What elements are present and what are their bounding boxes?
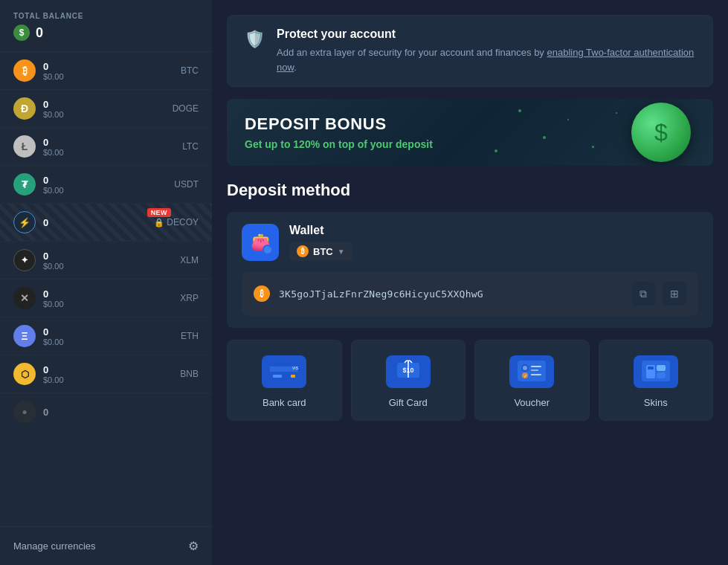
currency-item-doge[interactable]: Ð 0 $0.00 DOGE: [0, 90, 212, 128]
bank-card-icon: VISA: [262, 355, 306, 388]
svg-rect-21: [648, 367, 654, 369]
skins-svg: [642, 361, 670, 383]
eth-icon: Ξ: [13, 325, 36, 347]
gift-card-svg: $10: [394, 360, 422, 384]
currency-item-btc[interactable]: ₿ 0 $0.00 BTC: [0, 52, 212, 90]
payment-card-voucher[interactable]: ✓ Voucher: [474, 340, 590, 421]
svg-rect-2: [273, 375, 282, 378]
other-icon: ●: [13, 401, 36, 423]
svg-rect-3: [291, 375, 295, 378]
bnb-amounts: 0 $0.00: [43, 364, 180, 384]
shield-icon: 🛡️: [242, 28, 266, 51]
xlm-amount: 0: [43, 251, 180, 262]
bnb-usd: $0.00: [43, 375, 180, 384]
xrp-amounts: 0 $0.00: [43, 288, 180, 309]
main-content: 🛡️ Protect your account Add an extra lay…: [212, 0, 728, 565]
decoy-amounts: 0: [43, 217, 154, 228]
wallet-address: 3K5goJTjaLzFnrZNeg9c6HicyuC5XXQhwG: [279, 288, 622, 300]
ltc-icon: Ł: [13, 135, 36, 158]
svg-text:✓: ✓: [524, 374, 527, 378]
xrp-icon: ✕: [13, 287, 36, 309]
lock-icon: 🔒: [154, 218, 164, 227]
currency-item-other[interactable]: ● 0: [0, 393, 212, 431]
wallet-icon: 👛: [242, 224, 279, 261]
decoy-icon: ⚡: [13, 211, 36, 233]
payment-methods-grid: VISA Bank card $10 Gift Card: [227, 340, 713, 421]
other-amounts: 0: [43, 407, 199, 418]
manage-currencies-bar[interactable]: Manage currencies ⚙: [0, 526, 212, 565]
ltc-usd: $0.00: [43, 148, 182, 157]
wallet-info: Wallet ₿ BTC ▼: [289, 224, 352, 261]
bonus-banner[interactable]: DEPOSIT BONUS Get up to 120% on top of y…: [227, 99, 713, 166]
usdt-icon: ₮: [13, 173, 36, 196]
gift-card-label: Gift Card: [389, 397, 428, 408]
decoy-ticker: 🔒 DECOY: [154, 217, 199, 227]
wallet-title: Wallet: [289, 224, 352, 237]
bnb-amount: 0: [43, 364, 180, 375]
doge-icon: Ð: [13, 97, 36, 120]
currency-item-eth[interactable]: Ξ 0 $0.00 ETH: [0, 317, 212, 355]
bnb-ticker: BNB: [180, 369, 199, 379]
wallet-dot: [262, 245, 273, 255]
xlm-usd: $0.00: [43, 262, 180, 271]
other-amount: 0: [43, 407, 199, 418]
bonus-subtitle: Get up to 120% on top of your deposit: [245, 138, 695, 150]
address-bar: ₿ 3K5goJTjaLzFnrZNeg9c6HicyuC5XXQhwG ⧉ ⊞: [242, 271, 698, 316]
total-balance-amount: 0: [36, 25, 43, 41]
skins-icon: [634, 355, 678, 388]
btc-amount: 0: [43, 61, 181, 72]
skins-label: Skins: [644, 397, 668, 408]
usdt-amounts: 0 $0.00: [43, 175, 174, 195]
payment-card-gift-card[interactable]: $10 Gift Card: [351, 340, 466, 421]
crypto-selector[interactable]: ₿ BTC ▼: [289, 242, 352, 261]
bnb-icon: ⬡: [13, 363, 36, 385]
security-banner: 🛡️ Protect your account Add an extra lay…: [227, 15, 713, 87]
usdt-usd: $0.00: [43, 186, 174, 195]
payment-card-bank-card[interactable]: VISA Bank card: [227, 340, 342, 421]
currency-list: ₿ 0 $0.00 BTC Ð 0 $0.00 DOGE Ł 0 $0.00 L…: [0, 52, 212, 526]
svg-rect-19: [657, 365, 666, 371]
payment-card-skins[interactable]: Skins: [599, 340, 714, 421]
chevron-down-icon: ▼: [338, 248, 345, 256]
security-title: Protect your account: [277, 28, 698, 41]
selected-crypto: BTC: [313, 246, 333, 257]
wallet-section: 👛 Wallet ₿ BTC ▼ ₿ 3K5goJTjaLzFnrZNeg9c6…: [227, 212, 713, 328]
total-balance-value: $ 0: [13, 25, 199, 41]
voucher-svg: ✓: [518, 361, 546, 383]
qr-code-button[interactable]: ⊞: [663, 282, 686, 306]
bonus-prefix: Get up to: [245, 138, 293, 150]
manage-currencies-label: Manage currencies: [13, 540, 96, 552]
xlm-icon: ✦: [13, 249, 36, 271]
currency-item-xlm[interactable]: ✦ 0 $0.00 XLM: [0, 242, 212, 280]
btc-icon: ₿: [13, 59, 36, 82]
voucher-icon: ✓: [509, 355, 554, 388]
eth-amounts: 0 $0.00: [43, 326, 181, 346]
bonus-highlight: 120%: [293, 138, 320, 150]
bonus-coin-icon: $: [631, 103, 691, 162]
btc-usd: $0.00: [43, 72, 181, 81]
ltc-amount: 0: [43, 137, 182, 148]
wallet-header: 👛 Wallet ₿ BTC ▼: [242, 224, 698, 261]
currency-item-bnb[interactable]: ⬡ 0 $0.00 BNB: [0, 355, 212, 393]
currency-item-usdt[interactable]: ₮ 0 $0.00 USDT: [0, 166, 212, 204]
currency-item-decoy[interactable]: ⚡ 0 NEW 🔒 DECOY: [0, 204, 212, 242]
deposit-title: Deposit method: [227, 181, 713, 200]
security-desc-prefix: Add an extra layer of security for your …: [277, 47, 547, 58]
svg-rect-17: [642, 361, 670, 381]
copy-address-button[interactable]: ⧉: [631, 282, 655, 306]
xrp-usd: $0.00: [43, 300, 180, 309]
svg-point-11: [523, 366, 527, 370]
currency-item-xrp[interactable]: ✕ 0 $0.00 XRP: [0, 280, 212, 317]
bonus-title: DEPOSIT BONUS: [245, 114, 695, 134]
total-balance-label: TOTAL BALANCE: [13, 12, 199, 20]
sidebar: TOTAL BALANCE $ 0 ₿ 0 $0.00 BTC Ð 0 $0.0…: [0, 0, 212, 565]
eth-amount: 0: [43, 326, 181, 338]
security-description: Add an extra layer of security for your …: [277, 45, 698, 74]
currency-item-ltc[interactable]: Ł 0 $0.00 LTC: [0, 128, 212, 166]
btc-amounts: 0 $0.00: [43, 61, 181, 81]
decoy-amount: 0: [43, 217, 154, 228]
doge-amount: 0: [43, 99, 173, 110]
ltc-amounts: 0 $0.00: [43, 137, 182, 157]
xlm-amounts: 0 $0.00: [43, 251, 180, 271]
sliders-icon: ⚙: [188, 539, 199, 553]
